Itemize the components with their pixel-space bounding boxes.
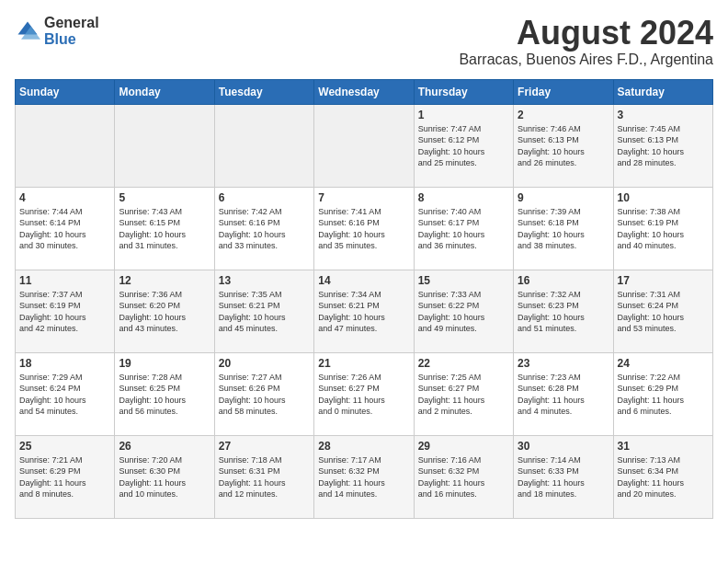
- calendar-cell: 29Sunrise: 7:16 AM Sunset: 6:32 PM Dayli…: [414, 435, 513, 518]
- day-number: 9: [518, 191, 609, 204]
- day-number: 24: [618, 357, 709, 370]
- calendar-week-row: 25Sunrise: 7:21 AM Sunset: 6:29 PM Dayli…: [16, 435, 713, 518]
- calendar-cell: 5Sunrise: 7:43 AM Sunset: 6:15 PM Daylig…: [115, 187, 214, 270]
- calendar-cell: 19Sunrise: 7:28 AM Sunset: 6:25 PM Dayli…: [115, 352, 214, 435]
- day-number: 13: [219, 274, 310, 287]
- day-number: 20: [219, 357, 310, 370]
- day-number: 5: [119, 191, 210, 204]
- calendar-week-row: 18Sunrise: 7:29 AM Sunset: 6:24 PM Dayli…: [16, 352, 713, 435]
- calendar-cell: [314, 104, 414, 187]
- day-number: 10: [618, 191, 709, 204]
- day-info: Sunrise: 7:47 AM Sunset: 6:12 PM Dayligh…: [418, 123, 509, 169]
- day-number: 22: [418, 357, 509, 370]
- calendar-cell: 21Sunrise: 7:26 AM Sunset: 6:27 PM Dayli…: [314, 352, 414, 435]
- calendar-cell: 13Sunrise: 7:35 AM Sunset: 6:21 PM Dayli…: [214, 270, 313, 352]
- day-info: Sunrise: 7:26 AM Sunset: 6:27 PM Dayligh…: [318, 372, 409, 418]
- col-header-tuesday: Tuesday: [214, 79, 313, 104]
- calendar-cell: [16, 104, 115, 187]
- day-info: Sunrise: 7:33 AM Sunset: 6:22 PM Dayligh…: [418, 289, 509, 335]
- calendar-cell: 2Sunrise: 7:46 AM Sunset: 6:13 PM Daylig…: [514, 104, 613, 187]
- col-header-thursday: Thursday: [414, 79, 513, 104]
- day-number: 12: [119, 274, 210, 287]
- day-number: 29: [418, 440, 509, 453]
- day-info: Sunrise: 7:34 AM Sunset: 6:21 PM Dayligh…: [318, 289, 409, 335]
- calendar-cell: 22Sunrise: 7:25 AM Sunset: 6:27 PM Dayli…: [414, 352, 513, 435]
- calendar-cell: 27Sunrise: 7:18 AM Sunset: 6:31 PM Dayli…: [214, 435, 313, 518]
- calendar-cell: 17Sunrise: 7:31 AM Sunset: 6:24 PM Dayli…: [613, 270, 712, 352]
- day-info: Sunrise: 7:27 AM Sunset: 6:26 PM Dayligh…: [219, 372, 310, 418]
- day-number: 16: [518, 274, 609, 287]
- day-number: 31: [618, 440, 709, 453]
- calendar-cell: [214, 104, 313, 187]
- calendar-cell: 3Sunrise: 7:45 AM Sunset: 6:13 PM Daylig…: [613, 104, 712, 187]
- day-number: 23: [518, 357, 609, 370]
- calendar-cell: 7Sunrise: 7:41 AM Sunset: 6:16 PM Daylig…: [314, 187, 414, 270]
- title-block: August 2024 Barracas, Buenos Aires F.D.,…: [459, 15, 713, 68]
- calendar-cell: 10Sunrise: 7:38 AM Sunset: 6:19 PM Dayli…: [613, 187, 712, 270]
- day-info: Sunrise: 7:22 AM Sunset: 6:29 PM Dayligh…: [618, 372, 709, 418]
- day-info: Sunrise: 7:17 AM Sunset: 6:32 PM Dayligh…: [318, 454, 409, 500]
- day-info: Sunrise: 7:32 AM Sunset: 6:23 PM Dayligh…: [518, 289, 609, 335]
- calendar-cell: 4Sunrise: 7:44 AM Sunset: 6:14 PM Daylig…: [16, 187, 115, 270]
- location-subtitle: Barracas, Buenos Aires F.D., Argentina: [459, 52, 713, 68]
- day-number: 2: [518, 109, 609, 121]
- calendar-cell: 18Sunrise: 7:29 AM Sunset: 6:24 PM Dayli…: [16, 352, 115, 435]
- day-number: 18: [19, 357, 110, 370]
- calendar-cell: 26Sunrise: 7:20 AM Sunset: 6:30 PM Dayli…: [115, 435, 214, 518]
- day-number: 4: [19, 191, 110, 204]
- calendar-table: SundayMondayTuesdayWednesdayThursdayFrid…: [15, 79, 713, 519]
- day-number: 14: [318, 274, 409, 287]
- calendar-cell: 9Sunrise: 7:39 AM Sunset: 6:18 PM Daylig…: [514, 187, 613, 270]
- day-number: 26: [119, 440, 210, 453]
- day-info: Sunrise: 7:16 AM Sunset: 6:32 PM Dayligh…: [418, 454, 509, 500]
- day-number: 1: [418, 109, 509, 121]
- calendar-cell: 30Sunrise: 7:14 AM Sunset: 6:33 PM Dayli…: [514, 435, 613, 518]
- calendar-week-row: 1Sunrise: 7:47 AM Sunset: 6:12 PM Daylig…: [16, 104, 713, 187]
- day-info: Sunrise: 7:14 AM Sunset: 6:33 PM Dayligh…: [518, 454, 609, 500]
- page-header: General Blue August 2024 Barracas, Bueno…: [15, 15, 713, 68]
- day-number: 30: [518, 440, 609, 453]
- calendar-cell: 24Sunrise: 7:22 AM Sunset: 6:29 PM Dayli…: [613, 352, 712, 435]
- day-number: 19: [119, 357, 210, 370]
- day-info: Sunrise: 7:31 AM Sunset: 6:24 PM Dayligh…: [618, 289, 709, 335]
- col-header-wednesday: Wednesday: [314, 79, 414, 104]
- day-number: 7: [318, 191, 409, 204]
- day-info: Sunrise: 7:43 AM Sunset: 6:15 PM Dayligh…: [119, 206, 210, 252]
- calendar-cell: 14Sunrise: 7:34 AM Sunset: 6:21 PM Dayli…: [314, 270, 414, 352]
- col-header-saturday: Saturday: [613, 79, 712, 104]
- day-info: Sunrise: 7:37 AM Sunset: 6:19 PM Dayligh…: [19, 289, 110, 335]
- day-number: 8: [418, 191, 509, 204]
- calendar-cell: 11Sunrise: 7:37 AM Sunset: 6:19 PM Dayli…: [16, 270, 115, 352]
- day-info: Sunrise: 7:38 AM Sunset: 6:19 PM Dayligh…: [618, 206, 709, 252]
- calendar-cell: 15Sunrise: 7:33 AM Sunset: 6:22 PM Dayli…: [414, 270, 513, 352]
- calendar-cell: 6Sunrise: 7:42 AM Sunset: 6:16 PM Daylig…: [214, 187, 313, 270]
- logo-blue: Blue: [44, 31, 99, 48]
- calendar-cell: [115, 104, 214, 187]
- logo-general: General: [44, 15, 99, 31]
- day-info: Sunrise: 7:18 AM Sunset: 6:31 PM Dayligh…: [219, 454, 310, 500]
- day-number: 11: [19, 274, 110, 287]
- day-number: 28: [318, 440, 409, 453]
- col-header-sunday: Sunday: [16, 79, 115, 104]
- col-header-friday: Friday: [514, 79, 613, 104]
- calendar-cell: 28Sunrise: 7:17 AM Sunset: 6:32 PM Dayli…: [314, 435, 414, 518]
- day-info: Sunrise: 7:41 AM Sunset: 6:16 PM Dayligh…: [318, 206, 409, 252]
- day-info: Sunrise: 7:40 AM Sunset: 6:17 PM Dayligh…: [418, 206, 509, 252]
- day-number: 17: [618, 274, 709, 287]
- day-info: Sunrise: 7:39 AM Sunset: 6:18 PM Dayligh…: [518, 206, 609, 252]
- calendar-cell: 8Sunrise: 7:40 AM Sunset: 6:17 PM Daylig…: [414, 187, 513, 270]
- day-info: Sunrise: 7:45 AM Sunset: 6:13 PM Dayligh…: [618, 123, 709, 169]
- month-year-title: August 2024: [459, 15, 713, 52]
- calendar-week-row: 4Sunrise: 7:44 AM Sunset: 6:14 PM Daylig…: [16, 187, 713, 270]
- calendar-cell: 23Sunrise: 7:23 AM Sunset: 6:28 PM Dayli…: [514, 352, 613, 435]
- day-number: 3: [618, 109, 709, 121]
- calendar-cell: 25Sunrise: 7:21 AM Sunset: 6:29 PM Dayli…: [16, 435, 115, 518]
- calendar-week-row: 11Sunrise: 7:37 AM Sunset: 6:19 PM Dayli…: [16, 270, 713, 352]
- day-info: Sunrise: 7:46 AM Sunset: 6:13 PM Dayligh…: [518, 123, 609, 169]
- day-info: Sunrise: 7:20 AM Sunset: 6:30 PM Dayligh…: [119, 454, 210, 500]
- calendar-cell: 1Sunrise: 7:47 AM Sunset: 6:12 PM Daylig…: [414, 104, 513, 187]
- day-info: Sunrise: 7:25 AM Sunset: 6:27 PM Dayligh…: [418, 372, 509, 418]
- calendar-cell: 16Sunrise: 7:32 AM Sunset: 6:23 PM Dayli…: [514, 270, 613, 352]
- logo-text: General Blue: [44, 15, 99, 47]
- logo-icon: [15, 18, 40, 44]
